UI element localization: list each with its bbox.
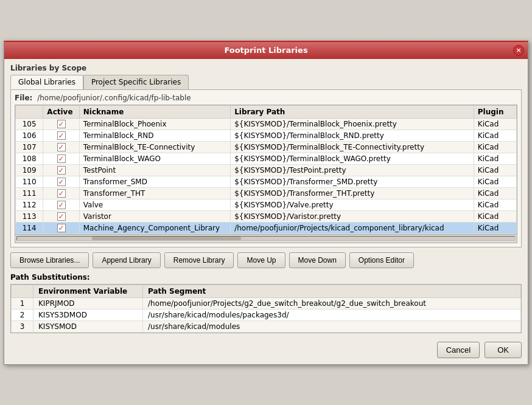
dialog-body: Libraries by Scope Global Libraries Proj… [4, 59, 528, 338]
cell-plugin: KiCad [474, 222, 516, 234]
cancel-button[interactable]: Cancel [437, 342, 480, 358]
path-cell-num: 2 [12, 309, 33, 320]
cell-plugin: KiCad [474, 141, 516, 153]
append-library-button[interactable]: Append Library [93, 252, 160, 268]
tab-global-libraries[interactable]: Global Libraries [10, 75, 83, 89]
cell-active[interactable]: ✓ [43, 199, 79, 210]
move-up-button[interactable]: Move Up [237, 252, 285, 268]
library-scroll-area[interactable]: Active Nickname Library Path Plugin 105 … [15, 105, 517, 234]
cell-path: ${KISYSMOD}/TestPoint.pretty [231, 164, 474, 176]
options-editor-button[interactable]: Options Editor [349, 252, 414, 268]
path-cell-var: KISYS3DMOD [33, 309, 143, 320]
active-checkbox[interactable]: ✓ [57, 166, 66, 175]
cell-plugin: KiCad [474, 210, 516, 222]
path-header-row: Environment Variable Path Segment [12, 285, 521, 297]
table-row[interactable]: 109 ✓ TestPoint ${KISYSMOD}/TestPoint.pr… [16, 164, 517, 176]
table-row[interactable]: 106 ✓ TerminalBlock_RND ${KISYSMOD}/Term… [16, 130, 517, 141]
path-col-segment: Path Segment [143, 285, 521, 297]
path-cell-path: /home/poofjunior/Projects/g2_due_switch_… [143, 297, 521, 309]
table-row[interactable]: 114 ✓ Machine_Agency_Component_Library /… [16, 222, 517, 234]
ok-button[interactable]: OK [485, 342, 522, 358]
cell-path: ${KISYSMOD}/TerminalBlock_TE-Connectivit… [231, 141, 474, 153]
dialog-footer: Cancel OK [4, 338, 528, 364]
cell-active[interactable]: ✓ [43, 222, 79, 234]
cell-nickname: TerminalBlock_WAGO [79, 153, 230, 164]
cell-plugin: KiCad [474, 199, 516, 210]
cell-path: ${KISYSMOD}/TerminalBlock_RND.pretty [231, 130, 474, 141]
active-checkbox[interactable]: ✓ [57, 143, 66, 151]
cell-nickname: TestPoint [79, 164, 230, 176]
close-button[interactable]: × [513, 45, 524, 56]
remove-library-button[interactable]: Remove Library [164, 252, 234, 268]
cell-path: ${KISYSMOD}/Transformer_SMD.pretty [231, 176, 474, 187]
library-table: Active Nickname Library Path Plugin 105 … [15, 105, 517, 234]
cell-num: 110 [16, 176, 43, 187]
browse-libraries-button[interactable]: Browse Libraries... [10, 252, 89, 268]
footprint-libraries-dialog: Footprint Libraries × Libraries by Scope… [4, 41, 528, 365]
col-header-plugin: Plugin [474, 105, 516, 118]
file-label: File: [15, 94, 32, 102]
cell-active[interactable]: ✓ [43, 153, 79, 164]
table-row[interactable]: 107 ✓ TerminalBlock_TE-Connectivity ${KI… [16, 141, 517, 153]
table-row[interactable]: 108 ✓ TerminalBlock_WAGO ${KISYSMOD}/Ter… [16, 153, 517, 164]
cell-active[interactable]: ✓ [43, 210, 79, 222]
cell-plugin: KiCad [474, 176, 516, 187]
active-checkbox[interactable]: ✓ [57, 212, 66, 221]
active-checkbox[interactable]: ✓ [57, 154, 66, 163]
active-checkbox[interactable]: ✓ [57, 120, 66, 128]
cell-num: 106 [16, 130, 43, 141]
cell-active[interactable]: ✓ [43, 187, 79, 199]
cell-num: 111 [16, 187, 43, 199]
path-col-var: Environment Variable [33, 285, 143, 297]
active-checkbox[interactable]: ✓ [57, 178, 66, 186]
tab-project-libraries[interactable]: Project Specific Libraries [83, 75, 189, 89]
cell-path: ${KISYSMOD}/Valve.pretty [231, 199, 474, 210]
horizontal-scrollbar[interactable] [15, 234, 517, 243]
hscroll-track [16, 236, 516, 241]
path-table-row[interactable]: 3 KISYSMOD /usr/share/kicad/modules [12, 320, 521, 332]
cell-nickname: Varistor [79, 210, 230, 222]
table-row[interactable]: 113 ✓ Varistor ${KISYSMOD}/Varistor.pret… [16, 210, 517, 222]
active-checkbox[interactable]: ✓ [57, 189, 66, 198]
file-row: File: /home/poofjunior/.config/kicad/fp-… [15, 94, 517, 102]
cell-nickname: Valve [79, 199, 230, 210]
table-row[interactable]: 111 ✓ Transformer_THT ${KISYSMOD}/Transf… [16, 187, 517, 199]
path-table-row[interactable]: 1 KIPRJMOD /home/poofjunior/Projects/g2_… [12, 297, 521, 309]
hscroll-thumb [92, 237, 241, 240]
cell-num: 108 [16, 153, 43, 164]
table-row[interactable]: 110 ✓ Transformer_SMD ${KISYSMOD}/Transf… [16, 176, 517, 187]
cell-nickname: TerminalBlock_Phoenix [79, 118, 230, 130]
tab-container: Global Libraries Project Specific Librar… [10, 75, 522, 248]
cell-path: ${KISYSMOD}/TerminalBlock_WAGO.pretty [231, 153, 474, 164]
path-table-row[interactable]: 2 KISYS3DMOD /usr/share/kicad/modules/pa… [12, 309, 521, 320]
cell-active[interactable]: ✓ [43, 130, 79, 141]
cell-plugin: KiCad [474, 164, 516, 176]
path-cell-path: /usr/share/kicad/modules/packages3d/ [143, 309, 521, 320]
active-checkbox[interactable]: ✓ [57, 224, 66, 232]
cell-path: ${KISYSMOD}/Varistor.pretty [231, 210, 474, 222]
path-cell-var: KIPRJMOD [33, 297, 143, 309]
cell-active[interactable]: ✓ [43, 141, 79, 153]
path-col-num [12, 285, 33, 297]
action-buttons: Browse Libraries... Append Library Remov… [10, 252, 522, 268]
table-row[interactable]: 112 ✓ Valve ${KISYSMOD}/Valve.pretty KiC… [16, 199, 517, 210]
path-cell-num: 1 [12, 297, 33, 309]
cell-plugin: KiCad [474, 187, 516, 199]
move-down-button[interactable]: Move Down [289, 252, 346, 268]
title-bar: Footprint Libraries × [4, 42, 528, 59]
path-cell-path: /usr/share/kicad/modules [143, 320, 521, 332]
cell-active[interactable]: ✓ [43, 118, 79, 130]
active-checkbox[interactable]: ✓ [57, 201, 66, 209]
col-header-num [16, 105, 43, 118]
file-path: /home/poofjunior/.config/kicad/fp-lib-ta… [35, 94, 191, 102]
active-checkbox[interactable]: ✓ [57, 131, 66, 140]
path-table-wrapper: Environment Variable Path Segment 1 KIPR… [10, 284, 522, 333]
table-row[interactable]: 105 ✓ TerminalBlock_Phoenix ${KISYSMOD}/… [16, 118, 517, 130]
cell-path: /home/poofjunior/Projects/kicad_componen… [231, 222, 474, 234]
cell-num: 113 [16, 210, 43, 222]
cell-num: 114 [16, 222, 43, 234]
cell-nickname: TerminalBlock_TE-Connectivity [79, 141, 230, 153]
tab-content: File: /home/poofjunior/.config/kicad/fp-… [10, 89, 522, 248]
cell-active[interactable]: ✓ [43, 176, 79, 187]
cell-active[interactable]: ✓ [43, 164, 79, 176]
